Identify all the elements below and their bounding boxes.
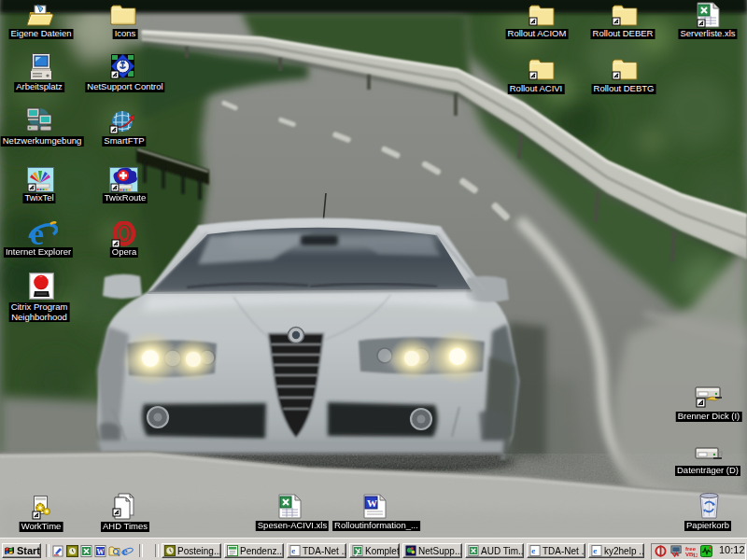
svg-text:e: e xyxy=(291,546,295,555)
svg-text:W: W xyxy=(97,548,105,556)
svg-text:free: free xyxy=(685,546,697,552)
svg-text:W: W xyxy=(367,497,377,509)
svg-text:e: e xyxy=(593,546,597,555)
svg-text:12: 12 xyxy=(693,553,698,557)
svg-text:e: e xyxy=(531,546,535,555)
